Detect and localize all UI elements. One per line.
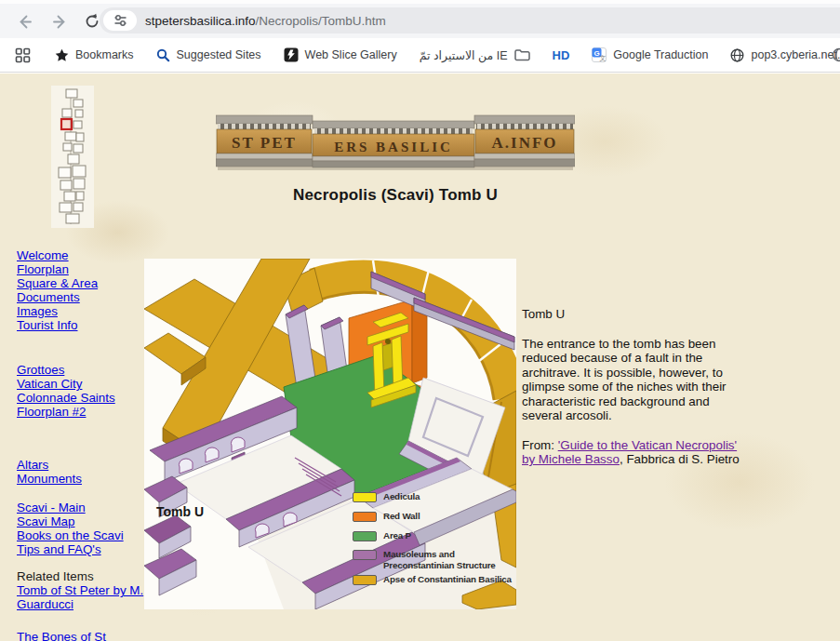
back-arrow-icon: [16, 13, 33, 31]
legend-row-apse: Apse of Constantinian Basilica: [353, 574, 512, 585]
sidebar-link-square-area[interactable]: Square & Area: [17, 276, 145, 290]
legend-row-area-p: Area P: [353, 530, 411, 541]
article: Tomb U The entrance to the tomb has been…: [522, 307, 748, 467]
nav-group-related: Related Items Tomb of St Peter by M. Gua…: [17, 569, 145, 611]
bookmark-label: Google Traduction: [613, 48, 708, 61]
sidebar-link-images[interactable]: Images: [17, 304, 145, 318]
sidebar-nav: Welcome Floorplan Square & Area Document…: [17, 248, 145, 641]
sidebar-link-monuments[interactable]: Monuments: [17, 472, 145, 486]
figure-tomb-u-label: Tomb U: [156, 504, 204, 519]
frieze-middle-block: ERS BASILIC: [313, 121, 474, 167]
legend-row-red-wall: Red Wall: [353, 511, 420, 522]
nav-group-altars: Altars Monuments: [17, 458, 145, 486]
article-source: From: 'Guide to the Vatican Necropolis' …: [522, 438, 748, 467]
svg-text:文: 文: [600, 54, 607, 61]
frieze-right-block: A.INFO: [474, 115, 575, 167]
tomb-location-marker: [61, 119, 72, 129]
address-bar[interactable]: stpetersbasilica.info/Necropolis/TombU.h…: [100, 7, 840, 33]
necropolis-illustration: Tomb U Aedicula Red Wall Area P Mausoleu…: [144, 259, 516, 609]
web-slice-icon: [284, 47, 299, 62]
sidebar-link-welcome[interactable]: Welcome: [17, 248, 145, 262]
article-body: The entrance to the tomb has been reduce…: [522, 337, 748, 423]
back-button[interactable]: [12, 9, 36, 33]
legend-swatch-aedicula: [353, 492, 377, 502]
hd-favicon: HD: [553, 48, 570, 62]
legend-swatch-area-p: [353, 531, 377, 541]
sidebar-link-grottoes[interactable]: Grottoes: [17, 363, 145, 377]
nav-group-places: Grottoes Vatican City Colonnade Saints F…: [17, 363, 145, 419]
globe-partial-icon: [832, 47, 840, 62]
forward-button[interactable]: [47, 9, 72, 33]
url-domain: stpetersbasilica.info: [145, 14, 256, 28]
sidebar-link-scavi-main[interactable]: Scavi - Main: [17, 501, 145, 514]
sidebar-link-floorplan-2[interactable]: Floorplan #2: [17, 405, 145, 419]
sidebar-link-altars[interactable]: Altars: [17, 458, 145, 472]
svg-text:ERS BASILIC: ERS BASILIC: [334, 140, 453, 154]
star-icon: [55, 48, 69, 62]
bookmark-label: pop3.cyberia.net.lb/...: [751, 48, 840, 61]
browser-toolbar: stpetersbasilica.info/Necropolis/TombU.h…: [0, 4, 840, 38]
sidebar-link-tourist-info[interactable]: Tourist Info: [17, 318, 145, 332]
bookmark-label: Suggested Sites: [177, 48, 261, 61]
bookmark-bookmarks[interactable]: Bookmarks: [55, 48, 134, 62]
sidebar-link-tomb-st-peter[interactable]: Tomb of St Peter by M. Guarducci: [17, 583, 145, 611]
necropolis-mini-map[interactable]: [51, 86, 94, 228]
bookmarks-bar: Bookmarks Suggested Sites Web Slice Gall…: [0, 38, 840, 73]
bookmark-suggested-sites[interactable]: Suggested Sites: [156, 48, 261, 62]
source-suffix: , Fabbrica di S. Pietro: [620, 452, 740, 466]
sidebar-link-tips-faqs[interactable]: Tips and FAQ's: [17, 542, 145, 556]
magnifier-icon: [156, 48, 170, 62]
svg-text:A.INFO: A.INFO: [491, 134, 557, 152]
legend-swatch-apse: [353, 575, 377, 585]
nav-group-scavi: Scavi - Main Scavi Map Books on the Scav…: [17, 501, 145, 556]
folder-icon: [514, 48, 530, 61]
site-info-chip[interactable]: [103, 10, 137, 31]
bookmark-label: تمّ‎ الاستيراد‎ من‎ IE: [420, 48, 508, 62]
legend-row-mausoleums: Mausoleums and Preconstantinian Structur…: [353, 549, 514, 570]
browser-chrome: stpetersbasilica.info/Necropolis/TombU.h…: [0, 0, 840, 73]
page-title: Necropolis (Scavi) Tomb U: [144, 186, 647, 205]
globe-icon: [730, 48, 744, 62]
webpage: Welcome Floorplan Square & Area Document…: [0, 73, 840, 641]
bookmark-label: Web Slice Gallery: [305, 48, 397, 61]
url-text: stpetersbasilica.info/Necropolis/TombU.h…: [145, 14, 386, 28]
nav-group-main: Welcome Floorplan Square & Area Document…: [17, 248, 145, 332]
bookmark-hd[interactable]: HD: [553, 48, 570, 62]
apps-grid-icon: [15, 47, 31, 63]
sidebar-link-scavi-map[interactable]: Scavi Map: [17, 514, 145, 528]
apps-button[interactable]: [15, 47, 31, 63]
bookmark-label: Bookmarks: [75, 48, 134, 61]
legend-row-aedicula: Aedicula: [353, 491, 420, 502]
related-items-heading: Related Items: [17, 569, 94, 583]
translate-icon: G 文: [592, 47, 607, 62]
from-prefix: From:: [522, 438, 558, 452]
url-path: /Necropolis/TombU.htm: [256, 14, 386, 28]
refresh-icon: [84, 13, 100, 30]
bookmark-pop3-cyberia[interactable]: pop3.cyberia.net.lb/...: [730, 48, 840, 62]
bookmark-imported-from-ie[interactable]: تمّ‎ الاستيراد‎ من‎ IE: [420, 48, 530, 62]
legend-swatch-mausoleums: [353, 550, 377, 560]
bookmark-partial[interactable]: [832, 47, 840, 62]
sidebar-link-documents[interactable]: Documents: [17, 290, 145, 304]
forward-arrow-icon: [51, 13, 69, 31]
sidebar-link-vatican-city[interactable]: Vatican City: [17, 377, 145, 391]
tune-icon: [113, 14, 127, 27]
nav-group-bones: The Bones of St: [17, 630, 145, 641]
site-banner-frieze: ST PET ERS BASILIC A.INFO: [216, 114, 575, 171]
sidebar-link-colonnade-saints[interactable]: Colonnade Saints: [17, 391, 145, 405]
sidebar-link-floorplan[interactable]: Floorplan: [17, 262, 145, 276]
article-title: Tomb U: [522, 307, 748, 322]
bookmark-google-traduction[interactable]: G 文 Google Traduction: [592, 47, 708, 62]
legend-swatch-red-wall: [353, 512, 377, 522]
svg-text:ST PET: ST PET: [232, 134, 297, 152]
sidebar-link-books-scavi[interactable]: Books on the Scavi: [17, 528, 145, 542]
frieze-left-block: ST PET: [216, 115, 313, 167]
bookmark-web-slice-gallery[interactable]: Web Slice Gallery: [284, 47, 397, 62]
sidebar-link-bones-of-st[interactable]: The Bones of St: [17, 630, 145, 641]
